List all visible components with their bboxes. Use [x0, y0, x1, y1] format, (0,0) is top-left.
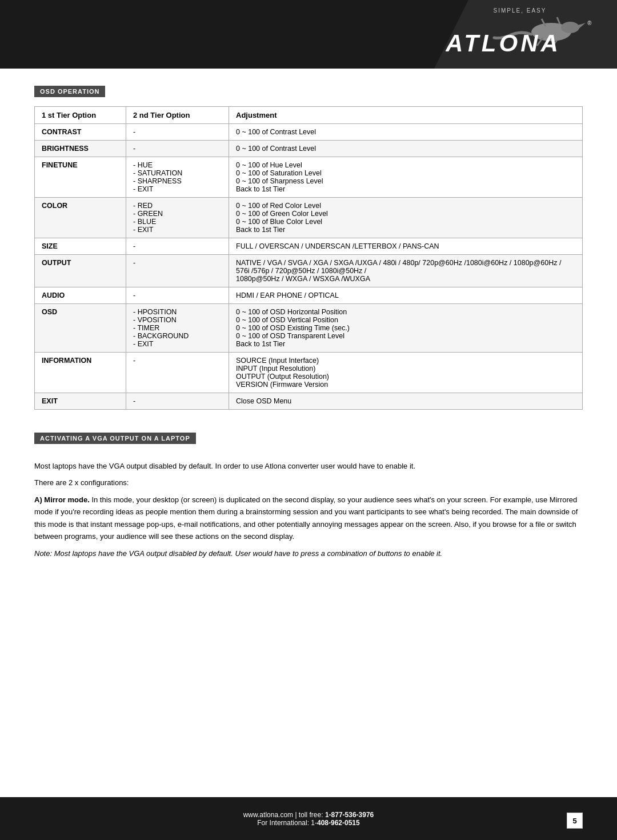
footer-phone2: 408-962-0515 — [317, 819, 360, 827]
vga-section-label: ACTIVATING A VGA OUTPUT ON A LAPTOP — [34, 433, 196, 444]
table-row: BRIGHTNESS-0 ~ 100 of Contrast Level — [35, 141, 583, 157]
vga-section: ACTIVATING A VGA OUTPUT ON A LAPTOP Most… — [34, 433, 583, 559]
table-row: OUTPUT-NATIVE / VGA / SVGA / XGA / SXGA … — [35, 255, 583, 287]
vga-mirror-bold: A) Mirror mode. — [34, 495, 90, 504]
tier1-cell: INFORMATION — [35, 353, 126, 393]
tier2-cell: - — [126, 393, 229, 410]
vga-note: Note: Most laptops have the VGA output d… — [34, 547, 583, 559]
tier2-cell: - HUE- SATURATION- SHARPNESS- EXIT — [126, 157, 229, 198]
table-row: SIZE-FULL / OVERSCAN / UNDERSCAN /LETTER… — [35, 238, 583, 255]
vga-configs: There are 2 x configurations: — [34, 477, 583, 489]
tier2-cell: - — [126, 353, 229, 393]
table-row: AUDIO-HDMI / EAR PHONE / OPTICAL — [35, 287, 583, 304]
tier1-cell: COLOR — [35, 198, 126, 238]
tier2-cell: - — [126, 287, 229, 304]
table-row: COLOR- RED- GREEN- BLUE- EXIT0 ~ 100 of … — [35, 198, 583, 238]
tier1-cell: CONTRAST — [35, 124, 126, 141]
vga-intro: Most laptops have the VGA output disable… — [34, 460, 583, 472]
footer-phone1: 1-877-536-3976 — [325, 811, 374, 819]
osd-table: 1 st Tier Option 2 nd Tier Option Adjust… — [34, 106, 583, 410]
svg-text:ATLONA: ATLONA — [446, 30, 561, 56]
tier2-cell: - HPOSITION- VPOSITION- TIMER- BACKGROUN… — [126, 304, 229, 353]
page-number: 5 — [567, 813, 583, 829]
col3-header: Adjustment — [229, 107, 583, 124]
adjustment-cell: 0 ~ 100 of Contrast Level — [229, 124, 583, 141]
adjustment-cell: 0 ~ 100 of Hue Level0 ~ 100 of Saturatio… — [229, 157, 583, 198]
tier2-cell: - RED- GREEN- BLUE- EXIT — [126, 198, 229, 238]
table-row: OSD- HPOSITION- VPOSITION- TIMER- BACKGR… — [35, 304, 583, 353]
tier1-cell: BRIGHTNESS — [35, 141, 126, 157]
footer-line1: www.atlona.com | toll free: 1-877-536-39… — [243, 811, 374, 819]
tier1-cell: OSD — [35, 304, 126, 353]
adjustment-cell: 0 ~ 100 of OSD Horizontal Position0 ~ 10… — [229, 304, 583, 353]
col1-header: 1 st Tier Option — [35, 107, 126, 124]
header: SIMPLE, EASY — [0, 0, 617, 69]
vga-mirror-para: A) Mirror mode. In this mode, your deskt… — [34, 494, 583, 543]
tier1-cell: AUDIO — [35, 287, 126, 304]
table-row: CONTRAST-0 ~ 100 of Contrast Level — [35, 124, 583, 141]
col2-header: 2 nd Tier Option — [126, 107, 229, 124]
adjustment-cell: NATIVE / VGA / SVGA / XGA / SXGA /UXGA /… — [229, 255, 583, 287]
tier2-cell: - — [126, 238, 229, 255]
adjustment-cell: FULL / OVERSCAN / UNDERSCAN /LETTERBOX /… — [229, 238, 583, 255]
tier2-cell: - — [126, 141, 229, 157]
footer: www.atlona.com | toll free: 1-877-536-39… — [0, 797, 617, 840]
svg-line-6 — [557, 17, 560, 24]
adjustment-cell: SOURCE (Input Interface)INPUT (Input Res… — [229, 353, 583, 393]
tier1-cell: OUTPUT — [35, 255, 126, 287]
footer-line2: For International: 1-408-962-0515 — [257, 819, 359, 827]
table-row: EXIT-Close OSD Menu — [35, 393, 583, 410]
tier1-cell: FINETUNE — [35, 157, 126, 198]
adjustment-cell: 0 ~ 100 of Contrast Level — [229, 141, 583, 157]
footer-separator: | toll free: — [293, 811, 325, 819]
simple-easy-label: SIMPLE, EASY — [494, 7, 547, 14]
footer-intl-label: For International: 1- — [257, 819, 317, 827]
main-content: OSD OPERATION 1 st Tier Option 2 nd Tier… — [0, 69, 617, 581]
adjustment-cell: Close OSD Menu — [229, 393, 583, 410]
tier1-cell: SIZE — [35, 238, 126, 255]
tier1-cell: EXIT — [35, 393, 126, 410]
vga-body: Most laptops have the VGA output disable… — [34, 460, 583, 559]
table-row: INFORMATION-SOURCE (Input Interface)INPU… — [35, 353, 583, 393]
adjustment-cell: HDMI / EAR PHONE / OPTICAL — [229, 287, 583, 304]
footer-website: www.atlona.com — [243, 811, 293, 819]
adjustment-cell: 0 ~ 100 of Red Color Level0 ~ 100 of Gre… — [229, 198, 583, 238]
atlona-svg: ATLONA ® — [446, 16, 594, 56]
tier2-cell: - — [126, 124, 229, 141]
table-row: FINETUNE- HUE- SATURATION- SHARPNESS- EX… — [35, 157, 583, 198]
vga-mirror-text: In this mode, your desktop (or screen) i… — [34, 495, 578, 541]
header-logo-area: SIMPLE, EASY — [446, 7, 594, 61]
tier2-cell: - — [126, 255, 229, 287]
atlona-logo: ATLONA ® — [446, 37, 594, 61]
svg-text:®: ® — [587, 20, 594, 26]
osd-section-label: OSD OPERATION — [34, 86, 105, 97]
